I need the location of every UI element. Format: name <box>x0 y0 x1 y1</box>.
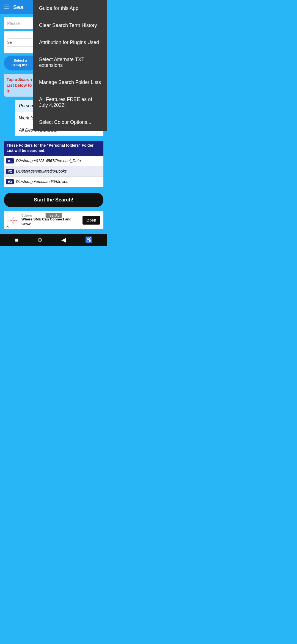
menu-item-free-features[interactable]: All Features FREE as of July 4,2022! <box>33 91 107 114</box>
folder-path: D1/storage/emulated/0/Movies <box>16 179 68 184</box>
folder-path: D2/storage/0123-4567/Personal_Data <box>16 159 81 163</box>
menu-item-attribution[interactable]: Attribution for Plugins Used <box>33 34 107 51</box>
bottom-nav: ■ ⊙ ◀ ♿ <box>0 234 107 246</box>
folder-entry: #3 D1/storage/emulated/0/Movies <box>4 177 103 187</box>
back-icon[interactable]: ◀ <box>61 236 66 244</box>
folder-num: #1 <box>6 158 14 163</box>
menu-item-manage-folders[interactable]: Manage Search Folder Lists <box>33 74 107 91</box>
app-title: Sea <box>13 4 23 10</box>
test-ad-badge: Test Ad <box>46 213 62 218</box>
ad-open-button[interactable]: Open <box>82 216 100 225</box>
ad-container: ▷ Cubeler ® Cubeler Where SME Can Connec… <box>4 211 103 231</box>
menu-item-guide[interactable]: Guide for this App <box>33 0 107 17</box>
menu-item-clear-history[interactable]: Clear Search Term History <box>33 17 107 34</box>
select-button[interactable]: Select a using the ' <box>4 56 37 70</box>
start-search-button[interactable]: Start the Search! <box>4 193 103 207</box>
folders-header: These Folders for the "Personal folders"… <box>4 141 103 156</box>
menu-icon[interactable]: ☰ <box>4 4 9 11</box>
accessibility-icon[interactable]: ♿ <box>85 236 92 244</box>
folder-entry: #2 D1/storage/emulated/0/Books <box>4 166 103 177</box>
dropdown-menu: Guide for this App Clear Search Term His… <box>33 0 107 131</box>
folders-info: These Folders for the "Personal folders"… <box>4 141 103 187</box>
menu-item-txt-extensions[interactable]: Select Alternate TXT extensions <box>33 51 107 74</box>
home-icon[interactable]: ⊙ <box>37 236 42 244</box>
folder-path: D1/storage/emulated/0/Books <box>16 169 67 173</box>
folder-entry: #1 D2/storage/0123-4567/Personal_Data <box>4 156 103 166</box>
folder-num: #3 <box>6 179 14 184</box>
folder-num: #2 <box>6 169 14 174</box>
stop-icon[interactable]: ■ <box>15 236 18 244</box>
ad-close-icon[interactable]: ✕ <box>6 225 9 229</box>
search-placeholder: Please <box>7 21 20 26</box>
menu-item-colour-options[interactable]: Select Colour Options... <box>33 114 107 131</box>
ad-title: Where SME Can Connect and Grow <box>21 217 80 227</box>
